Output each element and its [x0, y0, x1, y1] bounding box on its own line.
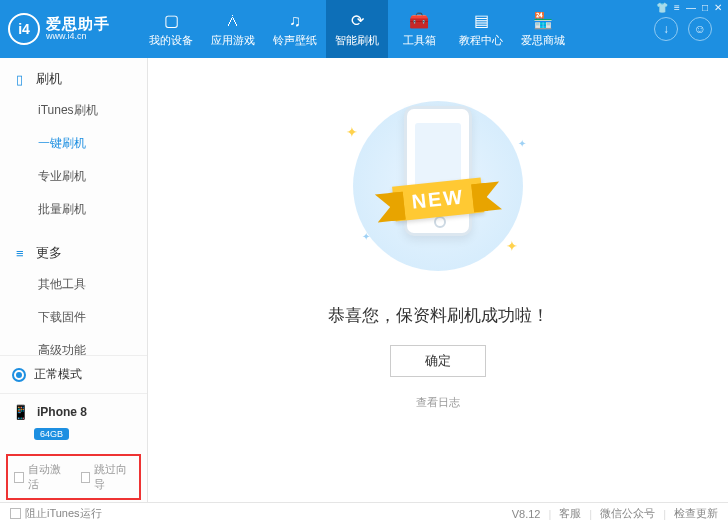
- sidebar-group-flash: ▯刷机: [0, 58, 147, 92]
- sidebar-item-other-tools[interactable]: 其他工具: [0, 268, 147, 301]
- wechat-link[interactable]: 微信公众号: [600, 506, 655, 521]
- nav-my-device[interactable]: ▢我的设备: [140, 0, 202, 58]
- toolbox-icon: 🧰: [409, 11, 429, 31]
- top-nav: ▢我的设备 ⩑应用游戏 ♫铃声壁纸 ⟳智能刷机 🧰工具箱 ▤教程中心 🏪爱思商城: [140, 0, 654, 58]
- device-phone-icon: 📱: [12, 404, 29, 420]
- device-mode[interactable]: 正常模式: [0, 355, 147, 393]
- close-button[interactable]: ✕: [714, 2, 722, 13]
- tshirt-icon[interactable]: 👕: [656, 2, 668, 13]
- status-bar: 阻止iTunes运行 V8.12 | 客服 | 微信公众号 | 检查更新: [0, 502, 728, 524]
- refresh-icon: ⟳: [351, 11, 364, 31]
- phone-outline-icon: ▯: [16, 72, 30, 87]
- support-link[interactable]: 客服: [559, 506, 581, 521]
- sidebar-item-itunes-flash[interactable]: iTunes刷机: [0, 94, 147, 127]
- storage-badge: 64GB: [34, 428, 69, 440]
- nav-apps-games[interactable]: ⩑应用游戏: [202, 0, 264, 58]
- app-header: i4 爱思助手 www.i4.cn ▢我的设备 ⩑应用游戏 ♫铃声壁纸 ⟳智能刷…: [0, 0, 728, 58]
- sparkle-icon: ✦: [346, 124, 358, 140]
- minimize-button[interactable]: —: [686, 2, 696, 13]
- sparkle-icon: ✦: [362, 231, 370, 242]
- flash-options-highlight: 自动激活 跳过向导: [6, 454, 141, 500]
- success-message: 恭喜您，保资料刷机成功啦！: [328, 304, 549, 327]
- logo-icon: i4: [8, 13, 40, 45]
- nav-tutorials[interactable]: ▤教程中心: [450, 0, 512, 58]
- connected-device[interactable]: 📱 iPhone 8 64GB: [0, 393, 147, 450]
- nav-store[interactable]: 🏪爱思商城: [512, 0, 574, 58]
- apps-icon: ⩑: [225, 11, 241, 31]
- settings-icon[interactable]: ≡: [674, 2, 680, 13]
- version-label: V8.12: [512, 508, 541, 520]
- window-controls: 👕 ≡ — □ ✕: [656, 2, 722, 13]
- menu-icon: ≡: [16, 246, 30, 261]
- sparkle-icon: ✦: [518, 138, 526, 149]
- music-icon: ♫: [289, 11, 301, 31]
- checkbox-skip-guide[interactable]: 跳过向导: [81, 462, 134, 492]
- nav-ringtone-wallpaper[interactable]: ♫铃声壁纸: [264, 0, 326, 58]
- app-url: www.i4.cn: [46, 32, 110, 42]
- app-logo: i4 爱思助手 www.i4.cn: [8, 13, 140, 45]
- sidebar-item-pro-flash[interactable]: 专业刷机: [0, 160, 147, 193]
- nav-toolbox[interactable]: 🧰工具箱: [388, 0, 450, 58]
- mode-indicator-icon: [12, 368, 26, 382]
- maximize-button[interactable]: □: [702, 2, 708, 13]
- sparkle-icon: ✦: [506, 238, 518, 254]
- sidebar-item-oneclick-flash[interactable]: 一键刷机: [0, 127, 147, 160]
- nav-smart-flash[interactable]: ⟳智能刷机: [326, 0, 388, 58]
- sidebar-item-download-firmware[interactable]: 下载固件: [0, 301, 147, 334]
- success-illustration: ✦ ✦ ✦ ✦ NEW: [328, 96, 548, 276]
- checkbox-block-itunes[interactable]: 阻止iTunes运行: [10, 506, 102, 521]
- sidebar-group-more: ≡更多: [0, 232, 147, 266]
- view-log-link[interactable]: 查看日志: [416, 395, 460, 410]
- sidebar: ▯刷机 iTunes刷机 一键刷机 专业刷机 批量刷机 ≡更多 其他工具 下载固…: [0, 58, 148, 502]
- app-name: 爱思助手: [46, 16, 110, 33]
- download-button[interactable]: ↓: [654, 17, 678, 41]
- account-button[interactable]: ☺: [688, 17, 712, 41]
- sidebar-item-batch-flash[interactable]: 批量刷机: [0, 193, 147, 226]
- store-icon: 🏪: [533, 11, 553, 31]
- phone-icon: ▢: [164, 11, 179, 31]
- checkbox-auto-activate[interactable]: 自动激活: [14, 462, 67, 492]
- book-icon: ▤: [474, 11, 489, 31]
- ok-button[interactable]: 确定: [390, 345, 486, 377]
- main-content: ✦ ✦ ✦ ✦ NEW 恭喜您，保资料刷机成功啦！ 确定 查看日志: [148, 58, 728, 502]
- check-update-link[interactable]: 检查更新: [674, 506, 718, 521]
